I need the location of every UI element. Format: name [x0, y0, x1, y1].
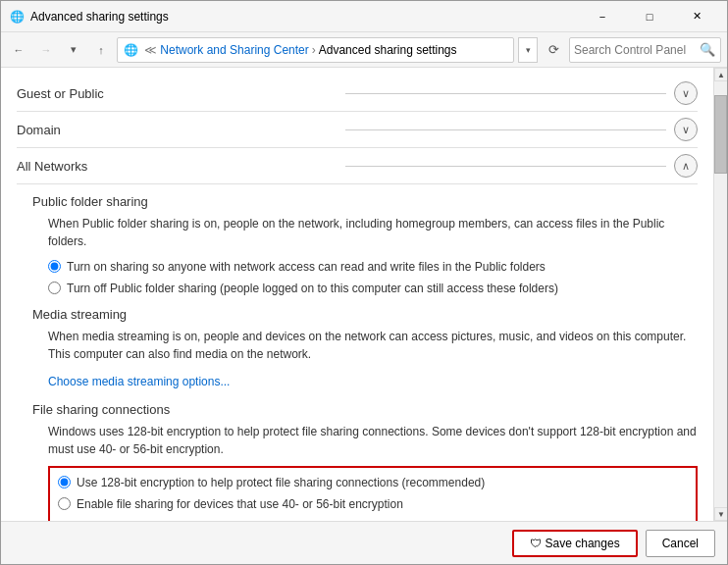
- public-folder-radio-2[interactable]: [48, 282, 61, 294]
- guest-public-line: [345, 93, 666, 94]
- media-streaming-desc: When media streaming is on, people and d…: [48, 328, 698, 363]
- breadcrumb-sep1: ≪: [144, 43, 157, 57]
- all-networks-line: [345, 166, 666, 167]
- restore-button[interactable]: □: [627, 1, 672, 32]
- content-area: Guest or Public ∨ Domain ∨ All Networks …: [1, 68, 727, 521]
- search-icon[interactable]: 🔍: [699, 40, 716, 60]
- media-streaming-link[interactable]: Choose media streaming options...: [48, 375, 230, 388]
- back-button[interactable]: ←: [7, 38, 30, 62]
- file-sharing-option-2: Enable file sharing for devices that use…: [58, 495, 688, 513]
- breadcrumb-network-sharing[interactable]: Network and Sharing Center: [160, 43, 308, 57]
- all-networks-toggle[interactable]: ∧: [674, 154, 698, 178]
- title-bar: 🌐 Advanced sharing settings − □ ✕: [1, 1, 727, 32]
- guest-or-public-section: Guest or Public ∨: [17, 76, 698, 112]
- address-path: 🌐 ≪ Network and Sharing Center › Advance…: [117, 37, 514, 63]
- scrollbar-thumb[interactable]: [714, 95, 727, 174]
- address-bar: ← → ▾ ↑ 🌐 ≪ Network and Sharing Center ›…: [1, 32, 727, 68]
- domain-line: [345, 129, 666, 130]
- public-folder-radio-1[interactable]: [48, 260, 61, 273]
- all-networks-section-header: All Networks ∧: [17, 148, 698, 184]
- search-input[interactable]: [574, 43, 699, 57]
- file-sharing-desc: Windows uses 128-bit encryption to help …: [48, 423, 698, 458]
- save-changes-button[interactable]: 🛡 Save changes: [512, 530, 638, 557]
- file-sharing-radio-1[interactable]: [58, 476, 71, 488]
- main-window: 🌐 Advanced sharing settings − □ ✕ ← → ▾ …: [0, 0, 728, 565]
- file-sharing-options-box: Use 128-bit encryption to help protect f…: [48, 466, 698, 521]
- all-networks-content: Public folder sharing When Public folder…: [17, 194, 698, 521]
- file-sharing-subtitle: File sharing connections: [17, 402, 698, 417]
- public-folder-option-1: Turn on sharing so anyone with network a…: [48, 258, 698, 276]
- address-dropdown-button[interactable]: ▾: [518, 37, 538, 63]
- media-streaming-subtitle: Media streaming: [17, 307, 698, 322]
- main-scroll-content: Guest or Public ∨ Domain ∨ All Networks …: [1, 68, 713, 521]
- all-networks-title: All Networks: [17, 159, 338, 174]
- public-folder-label-1: Turn on sharing so anyone with network a…: [67, 258, 546, 276]
- scroll-down-arrow[interactable]: ▼: [714, 507, 727, 521]
- file-sharing-label-2: Enable file sharing for devices that use…: [77, 495, 403, 513]
- cancel-button[interactable]: Cancel: [646, 530, 715, 557]
- forward-button[interactable]: →: [34, 38, 58, 62]
- public-folder-content: When Public folder sharing is on, people…: [17, 215, 698, 297]
- scrollbar: ▲ ▼: [713, 68, 727, 521]
- domain-section: Domain ∨: [17, 112, 698, 148]
- scrollbar-track: [714, 174, 727, 507]
- media-streaming-content: When media streaming is on, people and d…: [17, 328, 698, 392]
- recent-locations-button[interactable]: ▾: [62, 38, 85, 62]
- window-title: Advanced sharing settings: [30, 10, 580, 24]
- file-sharing-option-1: Use 128-bit encryption to help protect f…: [58, 474, 688, 491]
- guest-or-public-title: Guest or Public: [17, 86, 338, 101]
- breadcrumb-arrow: ›: [312, 43, 316, 57]
- public-folder-subtitle: Public folder sharing: [17, 194, 698, 209]
- file-sharing-label-1: Use 128-bit encryption to help protect f…: [77, 474, 485, 491]
- up-button[interactable]: ↑: [89, 38, 113, 62]
- save-label: Save changes: [546, 537, 620, 550]
- save-icon: 🛡: [530, 537, 542, 550]
- public-folder-label-2: Turn off Public folder sharing (people l…: [67, 280, 558, 297]
- public-folder-option-2: Turn off Public folder sharing (people l…: [48, 280, 698, 297]
- public-folder-desc: When Public folder sharing is on, people…: [48, 215, 698, 250]
- guest-public-toggle[interactable]: ∨: [674, 81, 698, 105]
- minimize-button[interactable]: −: [580, 1, 625, 32]
- domain-toggle[interactable]: ∨: [674, 118, 698, 141]
- search-box: 🔍: [569, 37, 721, 63]
- breadcrumb-current: Advanced sharing settings: [319, 43, 457, 57]
- window-controls: − □ ✕: [580, 1, 719, 32]
- refresh-button[interactable]: ⟳: [542, 38, 565, 62]
- footer: 🛡 Save changes Cancel: [1, 521, 727, 564]
- scroll-up-arrow[interactable]: ▲: [714, 68, 727, 81]
- network-icon: 🌐: [124, 43, 138, 57]
- close-button[interactable]: ✕: [674, 1, 719, 32]
- file-sharing-content: Windows uses 128-bit encryption to help …: [17, 423, 698, 521]
- domain-title: Domain: [17, 123, 338, 137]
- file-sharing-radio-2[interactable]: [58, 497, 71, 510]
- window-icon: 🌐: [9, 9, 25, 25]
